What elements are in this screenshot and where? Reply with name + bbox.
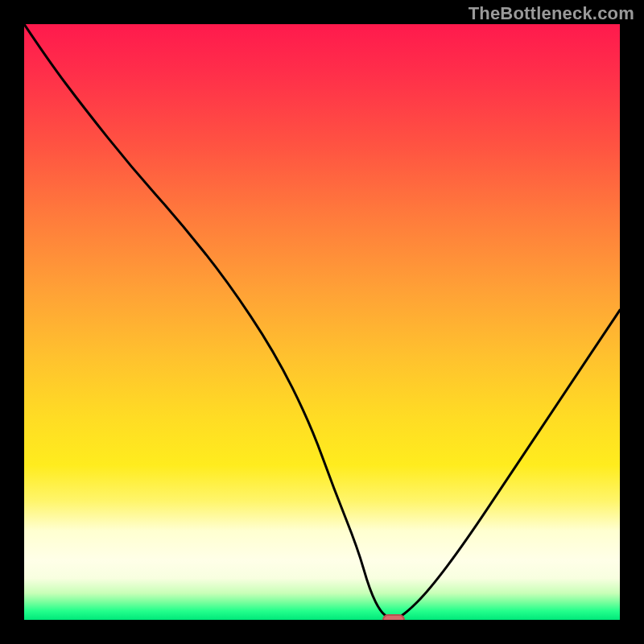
- chart-frame: TheBottleneck.com: [0, 0, 644, 644]
- bottleneck-curve: [24, 24, 620, 620]
- watermark-text: TheBottleneck.com: [469, 3, 634, 24]
- optimum-marker: [382, 614, 405, 620]
- plot-area: [24, 24, 620, 620]
